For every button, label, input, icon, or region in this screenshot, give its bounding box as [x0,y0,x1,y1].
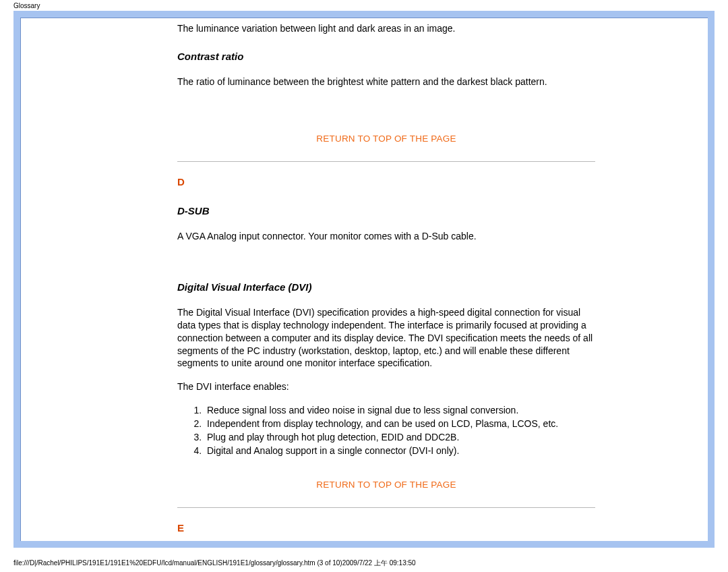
intro-paragraph: The luminance variation between light an… [177,22,595,35]
section-letter-d: D [177,175,595,189]
divider [177,507,595,508]
list-item: Independent from display technology, and… [204,418,595,430]
footer-path: file:///D|/Rachel/PHILIPS/191E1/191E1%20… [13,559,416,568]
heading-contrast-ratio: Contrast ratio [177,50,595,63]
text-dvi: The Digital Visual Interface (DVI) speci… [177,306,595,370]
list-item: Reduce signal loss and video noise in si… [204,404,595,417]
text-dsub: A VGA Analog input connector. Your monit… [177,230,595,243]
glossary-content: The luminance variation between light an… [177,18,595,541]
outer-frame: The luminance variation between light an… [13,11,715,548]
heading-dvi: Digital Visual Interface (DVI) [177,281,595,294]
return-to-top-link[interactable]: RETURN TO TOP OF THE PAGE [177,133,595,145]
text-contrast-ratio: The ratio of luminance between the brigh… [177,76,595,88]
section-letter-e: E [177,521,595,535]
text-dvi-enables: The DVI interface enables: [177,380,595,393]
divider [177,161,595,162]
dvi-list: Reduce signal loss and video noise in si… [204,404,595,457]
return-to-top-link[interactable]: RETURN TO TOP OF THE PAGE [177,479,595,491]
page-title: Glossary [0,0,728,10]
heading-dsub: D-SUB [177,204,595,218]
inner-frame: The luminance variation between light an… [20,18,708,541]
list-item: Plug and play through hot plug detection… [204,431,595,444]
list-item: Digital and Analog support in a single c… [204,445,595,457]
